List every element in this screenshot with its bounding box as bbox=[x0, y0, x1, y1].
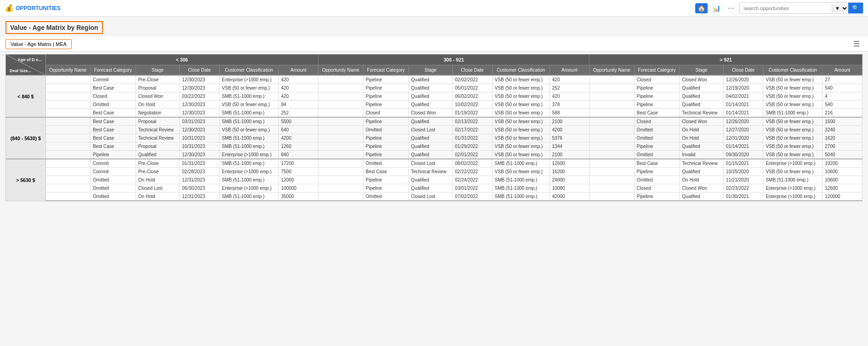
search-button[interactable]: 🔍 bbox=[848, 3, 863, 13]
table-row: Best CaseNegotiation12/30/2023SMB (51-10… bbox=[6, 109, 862, 118]
cell-g1-r4-c4: SMB (51-1000 emp.) bbox=[219, 109, 278, 118]
menu-icon[interactable]: ☰ bbox=[851, 39, 862, 49]
cell-g1-r2-c4: SMB (51-1000 emp.) bbox=[219, 176, 278, 184]
cell-g2-r3-c4: VSB (50 or fewer emp.) bbox=[492, 142, 550, 151]
cell-g2-r0-c4: VSB (50 or fewer emp.) bbox=[492, 75, 550, 84]
cell-g1-r0-c4: Enterprise (>1000 emp.) bbox=[219, 75, 278, 84]
cell-g3-r3-c2: Closed Won bbox=[680, 184, 724, 193]
more-button[interactable]: ⋯ bbox=[726, 3, 737, 13]
cell-g1-r1-c3: 02/28/2023 bbox=[180, 168, 220, 176]
table-row: (840 - 5630) $Best CaseProposal03/31/202… bbox=[6, 117, 862, 126]
cell-g1-r2-c0 bbox=[45, 134, 91, 142]
cell-g3-r4-c5: 216 bbox=[823, 109, 862, 118]
group-header-2: 306 - 921 bbox=[318, 55, 590, 65]
cell-g2-r4-c2: Qualified bbox=[408, 151, 453, 159]
cell-g3-r3-c4: VSB (50 or fewer emp.) bbox=[763, 142, 823, 151]
cell-g1-r1-c3: 12/30/2023 bbox=[180, 126, 220, 134]
cell-g2-r3-c2: Qualified bbox=[408, 184, 453, 193]
tab-value-age-mea[interactable]: Value - Age Matrix | MEA bbox=[6, 39, 72, 49]
cell-g2-r1-c2: Closed Lost bbox=[408, 126, 453, 134]
cell-g2-r2-c4: VSB (50 or fewer emp.) bbox=[492, 92, 550, 101]
cell-g2-r0-c2: Qualified bbox=[408, 75, 453, 84]
cell-g2-r4-c1: Omitted bbox=[363, 193, 408, 201]
cell-g3-r1-c2: Qualified bbox=[680, 168, 724, 176]
col-header-g2-2: Stage bbox=[680, 65, 724, 76]
cell-g1-r0-c5: 5500 bbox=[278, 117, 318, 126]
cell-g3-r4-c4: SMB (51-1000 emp.) bbox=[763, 109, 823, 118]
cell-g3-r0-c1: Closed bbox=[634, 117, 680, 126]
cell-g1-r2-c5: 420 bbox=[278, 92, 318, 101]
table-row: OmittedOn Hold12/31/2023SMB (51-1000 emp… bbox=[6, 193, 862, 201]
cell-g3-r0-c3: 12/26/2020 bbox=[723, 75, 763, 84]
cell-g3-r0-c4: Enterprise (>1000 emp.) bbox=[763, 159, 823, 168]
cell-g2-r1-c3: 02/22/2022 bbox=[453, 168, 493, 176]
cell-g1-r0-c2: Pre-Close bbox=[136, 159, 180, 168]
cell-g2-r4-c3: 01/19/2022 bbox=[453, 109, 493, 118]
table-row: OmittedOn Hold12/30/2023VSB (50 or fewer… bbox=[6, 101, 862, 109]
cell-g2-r4-c1: Closed bbox=[363, 109, 408, 118]
cell-g3-r0-c1: Closed bbox=[634, 75, 680, 84]
cell-g3-r0-c4: VSB (50 or fewer emp.) bbox=[763, 75, 823, 84]
table-row: PipelineQualified12/30/2023Enterprise (>… bbox=[6, 151, 862, 159]
home-button[interactable]: 🏠 bbox=[695, 3, 708, 13]
cell-g3-r1-c0 bbox=[590, 168, 635, 176]
cell-g2-r2-c1: Pipeline bbox=[363, 176, 408, 184]
cell-g1-r1-c1: Best Case bbox=[91, 84, 136, 92]
table-row: OmittedClosed Lost06/30/2023Enterprise (… bbox=[6, 184, 862, 193]
cell-g1-r0-c3: 12/30/2023 bbox=[180, 75, 220, 84]
cell-g3-r2-c2: Qualified bbox=[680, 92, 724, 101]
col-header-g0-1: Forecast Category bbox=[91, 65, 136, 76]
chart-button[interactable]: 📊 bbox=[710, 3, 723, 13]
cell-g3-r4-c0 bbox=[590, 109, 635, 118]
cell-g1-r3-c4: Enterprise (>1000 emp.) bbox=[219, 184, 278, 193]
cell-g2-r3-c5: 378 bbox=[550, 101, 590, 109]
cell-g3-r0-c0 bbox=[590, 75, 635, 84]
table-scroll[interactable]: Age of D e... Deal Size... < 306 306 - 9… bbox=[6, 54, 862, 201]
row-group-header-0: < 840 $ bbox=[6, 75, 46, 117]
cell-g2-r0-c1: Pipeline bbox=[363, 75, 408, 84]
cell-g1-r1-c2: Pre-Close bbox=[136, 168, 180, 176]
cell-g2-r3-c0 bbox=[318, 184, 363, 193]
app-logo: 💰 OPPORTUNITIES bbox=[5, 4, 61, 12]
cell-g2-r4-c5: 588 bbox=[550, 109, 590, 118]
cell-g2-r4-c4: VSB (50 or fewer emp.) bbox=[492, 151, 550, 159]
cell-g3-r3-c1: Pipeline bbox=[634, 101, 680, 109]
col-header-g2-0: Opportunity Name bbox=[590, 65, 635, 76]
cell-g3-r3-c2: Qualified bbox=[680, 142, 724, 151]
cell-g1-r1-c4: VSB (50 or fewer emp.) bbox=[219, 126, 278, 134]
cell-g2-r1-c1: Omitted bbox=[363, 126, 408, 134]
cell-g2-r3-c2: Qualified bbox=[408, 142, 453, 151]
cell-g3-r3-c0 bbox=[590, 184, 635, 193]
cell-g1-r3-c2: On Hold bbox=[136, 101, 180, 109]
cell-g3-r3-c5: 2700 bbox=[823, 142, 862, 151]
search-dropdown[interactable]: ▼ bbox=[832, 4, 848, 12]
cell-g3-r0-c2: Technical Review bbox=[680, 159, 724, 168]
cell-g2-r0-c1: Pipeline bbox=[363, 117, 408, 126]
cell-g1-r3-c1: Omitted bbox=[91, 101, 136, 109]
cell-g1-r3-c0 bbox=[45, 184, 91, 193]
cell-g3-r0-c5: 27 bbox=[823, 75, 862, 84]
cell-g3-r3-c5: 540 bbox=[823, 101, 862, 109]
cell-g3-r4-c3: 09/30/2020 bbox=[723, 151, 763, 159]
cell-g1-r3-c3: 06/30/2023 bbox=[180, 184, 220, 193]
cell-g3-r2-c0 bbox=[590, 176, 635, 184]
cell-g2-r3-c1: Pipeline bbox=[363, 142, 408, 151]
cell-g2-r3-c3: 03/01/2022 bbox=[453, 184, 493, 193]
cell-g1-r0-c1: Best Case bbox=[91, 117, 136, 126]
cell-g1-r4-c0 bbox=[45, 151, 91, 159]
cell-g3-r4-c5: 5040 bbox=[823, 151, 862, 159]
cell-g2-r0-c3: 02/02/2022 bbox=[453, 75, 493, 84]
cell-g1-r2-c0 bbox=[45, 92, 91, 101]
cell-g1-r0-c5: 17200 bbox=[278, 159, 318, 168]
cell-g2-r2-c3: 01/31/2022 bbox=[453, 134, 493, 142]
cell-g3-r4-c1: Best Case bbox=[634, 109, 680, 118]
cell-g3-r1-c5: 10600 bbox=[823, 168, 862, 176]
cell-g1-r2-c1: Omitted bbox=[91, 176, 136, 184]
cell-g2-r3-c1: Pipeline bbox=[363, 101, 408, 109]
search-input[interactable] bbox=[740, 4, 832, 12]
col-header-g1-2: Stage bbox=[408, 65, 453, 76]
cell-g1-r4-c2: On Hold bbox=[136, 193, 180, 201]
table-row: CommitPre-Close02/28/2023Enterprise (>10… bbox=[6, 168, 862, 176]
cell-g2-r2-c2: Qualified bbox=[408, 176, 453, 184]
cell-g2-r1-c4: VSB (50 or fewer emp.) bbox=[492, 84, 550, 92]
